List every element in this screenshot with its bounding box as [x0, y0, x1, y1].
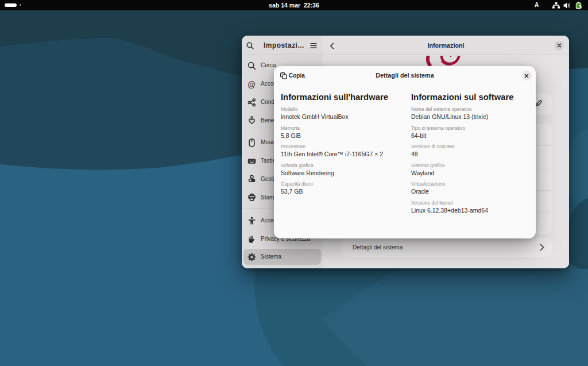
svg-text:@: @ — [247, 80, 256, 88]
